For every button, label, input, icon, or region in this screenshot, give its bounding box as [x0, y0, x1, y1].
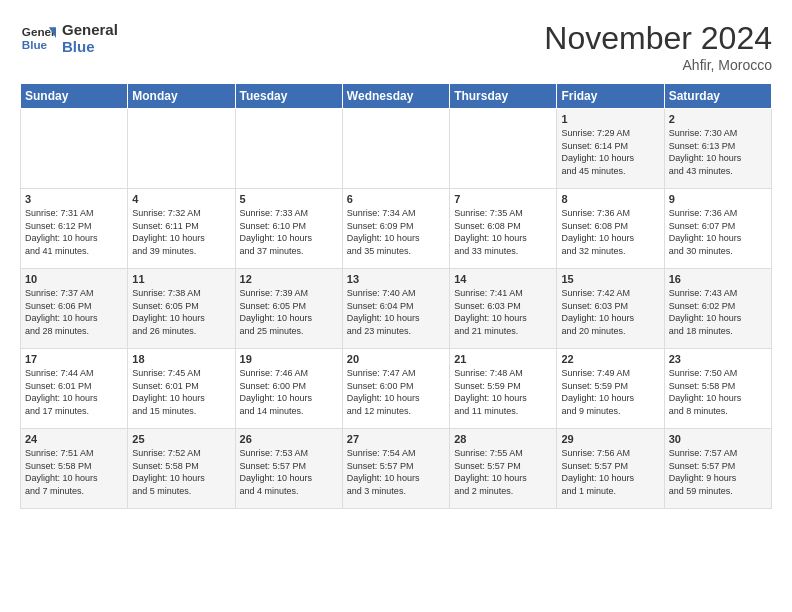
- logo-blue: Blue: [62, 38, 118, 55]
- day-number: 4: [132, 193, 230, 205]
- day-info: Sunrise: 7:44 AM Sunset: 6:01 PM Dayligh…: [25, 367, 123, 417]
- day-header-wednesday: Wednesday: [342, 84, 449, 109]
- calendar-cell: 25Sunrise: 7:52 AM Sunset: 5:58 PM Dayli…: [128, 429, 235, 509]
- day-info: Sunrise: 7:55 AM Sunset: 5:57 PM Dayligh…: [454, 447, 552, 497]
- calendar-week-4: 17Sunrise: 7:44 AM Sunset: 6:01 PM Dayli…: [21, 349, 772, 429]
- calendar-cell: 26Sunrise: 7:53 AM Sunset: 5:57 PM Dayli…: [235, 429, 342, 509]
- page-header: General Blue General Blue November 2024 …: [20, 20, 772, 73]
- calendar-cell: [235, 109, 342, 189]
- day-number: 28: [454, 433, 552, 445]
- calendar-cell: 22Sunrise: 7:49 AM Sunset: 5:59 PM Dayli…: [557, 349, 664, 429]
- day-number: 14: [454, 273, 552, 285]
- calendar-cell: 17Sunrise: 7:44 AM Sunset: 6:01 PM Dayli…: [21, 349, 128, 429]
- day-number: 17: [25, 353, 123, 365]
- svg-text:Blue: Blue: [22, 38, 48, 51]
- day-number: 18: [132, 353, 230, 365]
- calendar-cell: 1Sunrise: 7:29 AM Sunset: 6:14 PM Daylig…: [557, 109, 664, 189]
- day-info: Sunrise: 7:36 AM Sunset: 6:07 PM Dayligh…: [669, 207, 767, 257]
- day-info: Sunrise: 7:54 AM Sunset: 5:57 PM Dayligh…: [347, 447, 445, 497]
- calendar-cell: 30Sunrise: 7:57 AM Sunset: 5:57 PM Dayli…: [664, 429, 771, 509]
- day-number: 30: [669, 433, 767, 445]
- day-header-saturday: Saturday: [664, 84, 771, 109]
- calendar-cell: 19Sunrise: 7:46 AM Sunset: 6:00 PM Dayli…: [235, 349, 342, 429]
- calendar-cell: 13Sunrise: 7:40 AM Sunset: 6:04 PM Dayli…: [342, 269, 449, 349]
- calendar-cell: [128, 109, 235, 189]
- day-info: Sunrise: 7:46 AM Sunset: 6:00 PM Dayligh…: [240, 367, 338, 417]
- calendar-cell: 2Sunrise: 7:30 AM Sunset: 6:13 PM Daylig…: [664, 109, 771, 189]
- day-info: Sunrise: 7:50 AM Sunset: 5:58 PM Dayligh…: [669, 367, 767, 417]
- day-header-sunday: Sunday: [21, 84, 128, 109]
- calendar-cell: 15Sunrise: 7:42 AM Sunset: 6:03 PM Dayli…: [557, 269, 664, 349]
- calendar-cell: 12Sunrise: 7:39 AM Sunset: 6:05 PM Dayli…: [235, 269, 342, 349]
- location: Ahfir, Morocco: [544, 57, 772, 73]
- day-number: 16: [669, 273, 767, 285]
- calendar-cell: 10Sunrise: 7:37 AM Sunset: 6:06 PM Dayli…: [21, 269, 128, 349]
- day-number: 20: [347, 353, 445, 365]
- day-number: 29: [561, 433, 659, 445]
- day-info: Sunrise: 7:56 AM Sunset: 5:57 PM Dayligh…: [561, 447, 659, 497]
- title-block: November 2024 Ahfir, Morocco: [544, 20, 772, 73]
- day-number: 26: [240, 433, 338, 445]
- calendar-cell: 21Sunrise: 7:48 AM Sunset: 5:59 PM Dayli…: [450, 349, 557, 429]
- calendar-cell: 24Sunrise: 7:51 AM Sunset: 5:58 PM Dayli…: [21, 429, 128, 509]
- logo-general: General: [62, 21, 118, 38]
- month-title: November 2024: [544, 20, 772, 57]
- day-info: Sunrise: 7:30 AM Sunset: 6:13 PM Dayligh…: [669, 127, 767, 177]
- day-number: 15: [561, 273, 659, 285]
- logo: General Blue General Blue: [20, 20, 118, 56]
- calendar-cell: [342, 109, 449, 189]
- svg-text:General: General: [22, 25, 56, 38]
- calendar-table: SundayMondayTuesdayWednesdayThursdayFrid…: [20, 83, 772, 509]
- day-info: Sunrise: 7:32 AM Sunset: 6:11 PM Dayligh…: [132, 207, 230, 257]
- day-info: Sunrise: 7:49 AM Sunset: 5:59 PM Dayligh…: [561, 367, 659, 417]
- day-info: Sunrise: 7:47 AM Sunset: 6:00 PM Dayligh…: [347, 367, 445, 417]
- day-number: 6: [347, 193, 445, 205]
- calendar-week-5: 24Sunrise: 7:51 AM Sunset: 5:58 PM Dayli…: [21, 429, 772, 509]
- calendar-cell: 3Sunrise: 7:31 AM Sunset: 6:12 PM Daylig…: [21, 189, 128, 269]
- calendar-cell: 29Sunrise: 7:56 AM Sunset: 5:57 PM Dayli…: [557, 429, 664, 509]
- day-number: 25: [132, 433, 230, 445]
- day-number: 22: [561, 353, 659, 365]
- day-info: Sunrise: 7:48 AM Sunset: 5:59 PM Dayligh…: [454, 367, 552, 417]
- day-info: Sunrise: 7:51 AM Sunset: 5:58 PM Dayligh…: [25, 447, 123, 497]
- calendar-cell: 18Sunrise: 7:45 AM Sunset: 6:01 PM Dayli…: [128, 349, 235, 429]
- day-info: Sunrise: 7:29 AM Sunset: 6:14 PM Dayligh…: [561, 127, 659, 177]
- day-info: Sunrise: 7:37 AM Sunset: 6:06 PM Dayligh…: [25, 287, 123, 337]
- day-info: Sunrise: 7:53 AM Sunset: 5:57 PM Dayligh…: [240, 447, 338, 497]
- day-info: Sunrise: 7:41 AM Sunset: 6:03 PM Dayligh…: [454, 287, 552, 337]
- day-number: 11: [132, 273, 230, 285]
- day-info: Sunrise: 7:39 AM Sunset: 6:05 PM Dayligh…: [240, 287, 338, 337]
- day-number: 1: [561, 113, 659, 125]
- day-number: 27: [347, 433, 445, 445]
- calendar-cell: 4Sunrise: 7:32 AM Sunset: 6:11 PM Daylig…: [128, 189, 235, 269]
- calendar-cell: 16Sunrise: 7:43 AM Sunset: 6:02 PM Dayli…: [664, 269, 771, 349]
- day-info: Sunrise: 7:52 AM Sunset: 5:58 PM Dayligh…: [132, 447, 230, 497]
- calendar-cell: 23Sunrise: 7:50 AM Sunset: 5:58 PM Dayli…: [664, 349, 771, 429]
- calendar-cell: 14Sunrise: 7:41 AM Sunset: 6:03 PM Dayli…: [450, 269, 557, 349]
- day-number: 19: [240, 353, 338, 365]
- day-number: 5: [240, 193, 338, 205]
- day-info: Sunrise: 7:36 AM Sunset: 6:08 PM Dayligh…: [561, 207, 659, 257]
- day-number: 10: [25, 273, 123, 285]
- calendar-week-3: 10Sunrise: 7:37 AM Sunset: 6:06 PM Dayli…: [21, 269, 772, 349]
- calendar-cell: 7Sunrise: 7:35 AM Sunset: 6:08 PM Daylig…: [450, 189, 557, 269]
- day-number: 7: [454, 193, 552, 205]
- calendar-cell: 8Sunrise: 7:36 AM Sunset: 6:08 PM Daylig…: [557, 189, 664, 269]
- day-header-friday: Friday: [557, 84, 664, 109]
- day-info: Sunrise: 7:31 AM Sunset: 6:12 PM Dayligh…: [25, 207, 123, 257]
- calendar-week-1: 1Sunrise: 7:29 AM Sunset: 6:14 PM Daylig…: [21, 109, 772, 189]
- calendar-header-row: SundayMondayTuesdayWednesdayThursdayFrid…: [21, 84, 772, 109]
- calendar-cell: 5Sunrise: 7:33 AM Sunset: 6:10 PM Daylig…: [235, 189, 342, 269]
- day-number: 2: [669, 113, 767, 125]
- day-number: 8: [561, 193, 659, 205]
- day-number: 12: [240, 273, 338, 285]
- calendar-cell: [450, 109, 557, 189]
- day-header-thursday: Thursday: [450, 84, 557, 109]
- day-number: 9: [669, 193, 767, 205]
- calendar-cell: 28Sunrise: 7:55 AM Sunset: 5:57 PM Dayli…: [450, 429, 557, 509]
- day-number: 13: [347, 273, 445, 285]
- day-number: 3: [25, 193, 123, 205]
- day-info: Sunrise: 7:43 AM Sunset: 6:02 PM Dayligh…: [669, 287, 767, 337]
- day-header-monday: Monday: [128, 84, 235, 109]
- day-info: Sunrise: 7:57 AM Sunset: 5:57 PM Dayligh…: [669, 447, 767, 497]
